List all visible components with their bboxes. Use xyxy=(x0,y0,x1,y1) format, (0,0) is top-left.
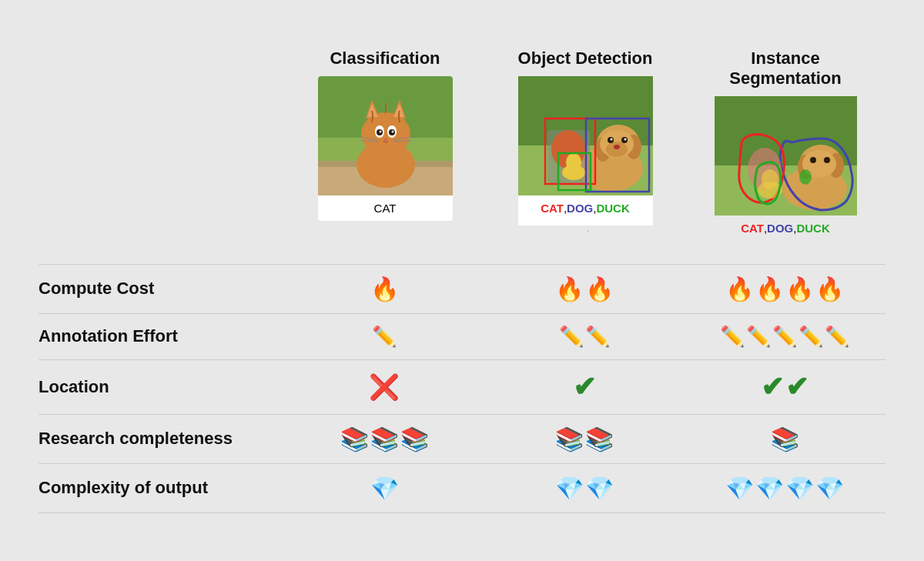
segmentation-image-card: CAT , DOG , DUCK xyxy=(715,96,857,241)
pencil-icon-6: ✏️ xyxy=(772,325,798,349)
detection-image-card: CAT , DOG , DUCK . xyxy=(518,76,653,225)
segmentation-image xyxy=(715,96,857,215)
cell-compute-detection: 🔥🔥 xyxy=(485,275,685,302)
svg-point-33 xyxy=(614,145,620,149)
seg-dog: DOG xyxy=(767,222,793,235)
fire-icon-2: 🔥 xyxy=(555,275,585,302)
segmentation-caption: CAT , DOG , DUCK xyxy=(715,215,857,241)
svg-point-53 xyxy=(799,169,812,185)
row-location-label: Location xyxy=(38,377,285,397)
cell-location-detection: ✔ xyxy=(485,371,685,403)
col-detection: Object Detection xyxy=(485,48,685,225)
cell-research-segmentation: 📚 xyxy=(685,426,886,452)
cell-annotation-segmentation: ✏️✏️✏️✏️✏️ xyxy=(685,325,886,349)
svg-point-32 xyxy=(624,138,626,140)
cell-research-detection: 📚📚 xyxy=(485,426,685,452)
pencil-icon-1: ✏️ xyxy=(372,325,398,349)
svg-point-15 xyxy=(391,130,393,132)
detection-caption-dot: . xyxy=(518,221,653,225)
diamond-icon-2: 💎 xyxy=(555,475,585,502)
cell-compute-classification: 🔥 xyxy=(285,275,485,302)
row-research-label: Research completeness xyxy=(38,429,285,449)
fire-icon-3: 🔥 xyxy=(585,275,615,302)
col-detection-title: Object Detection xyxy=(518,48,653,68)
pencil-icon-7: ✏️ xyxy=(798,325,825,349)
header-row: Classification xyxy=(38,48,886,241)
detection-image xyxy=(518,76,653,195)
diamond-icon-7: 💎 xyxy=(815,475,845,502)
pencil-icon-3: ✏️ xyxy=(585,325,611,349)
fire-icon-7: 🔥 xyxy=(815,275,845,302)
seg-cat: CAT xyxy=(741,222,764,235)
fire-icon-1: 🔥 xyxy=(370,275,400,302)
col-segmentation: Instance Segmentation xyxy=(685,48,886,241)
row-compute-cost: Compute Cost 🔥 🔥🔥 🔥🔥🔥🔥 xyxy=(38,264,886,313)
book-icon-1: 📚 xyxy=(340,426,370,452)
check-icon-1: ✔ xyxy=(573,371,598,403)
check-icon-2: ✔ xyxy=(761,371,785,403)
col-classification-title: Classification xyxy=(330,48,440,68)
col-classification: Classification xyxy=(285,48,485,221)
cell-annotation-detection: ✏️✏️ xyxy=(485,325,685,349)
classification-caption: CAT xyxy=(318,195,453,221)
detection-caption: CAT , DOG , DUCK xyxy=(518,195,653,221)
diamond-icon-3: 💎 xyxy=(585,475,615,502)
svg-point-52 xyxy=(762,169,778,189)
cell-location-classification: ❌ xyxy=(285,372,485,402)
pencil-icon-5: ✏️ xyxy=(746,325,772,349)
fire-icon-4: 🔥 xyxy=(725,275,755,302)
cross-icon: ❌ xyxy=(369,372,401,402)
pencil-icon-8: ✏️ xyxy=(825,325,851,349)
fire-icon-6: 🔥 xyxy=(785,275,815,302)
row-compute-cost-label: Compute Cost xyxy=(38,279,285,299)
svg-point-48 xyxy=(810,157,816,163)
book-icon-5: 📚 xyxy=(585,426,615,452)
book-icon-2: 📚 xyxy=(370,426,400,452)
detection-dog: DOG xyxy=(567,202,593,215)
fire-icon-5: 🔥 xyxy=(755,275,785,302)
svg-point-14 xyxy=(379,130,381,132)
svg-point-31 xyxy=(610,138,612,140)
diamond-icon-6: 💎 xyxy=(785,475,815,502)
check-icon-3: ✔ xyxy=(785,371,810,403)
row-location: Location ❌ ✔ ✔ ✔ xyxy=(38,359,886,414)
cell-research-classification: 📚📚📚 xyxy=(285,426,485,452)
classification-image-card: CAT xyxy=(318,76,453,221)
pencil-icon-2: ✏️ xyxy=(559,325,585,349)
row-complexity-label: Complexity of output xyxy=(38,478,285,498)
diamond-icon-1: 💎 xyxy=(370,475,400,502)
row-annotation-label: Annotation Effort xyxy=(38,326,285,346)
cell-compute-segmentation: 🔥🔥🔥🔥 xyxy=(685,275,886,302)
seg-duck: DUCK xyxy=(796,222,829,235)
diamond-icon-5: 💎 xyxy=(755,475,785,502)
svg-point-49 xyxy=(824,157,830,163)
cell-complexity-classification: 💎 xyxy=(285,475,485,502)
main-container: Classification xyxy=(38,33,886,529)
cell-annotation-classification: ✏️ xyxy=(285,325,485,349)
svg-point-37 xyxy=(566,153,581,172)
cell-complexity-detection: 💎💎 xyxy=(485,475,685,502)
classification-caption-text: CAT xyxy=(374,202,397,215)
book-icon-4: 📚 xyxy=(555,426,585,452)
book-icon-3: 📚 xyxy=(400,426,430,452)
pencil-icon-4: ✏️ xyxy=(720,325,746,349)
detection-cat: CAT xyxy=(541,202,564,215)
diamond-icon-4: 💎 xyxy=(725,475,755,502)
row-research: Research completeness 📚📚📚 📚📚 📚 xyxy=(38,414,886,463)
cat-image xyxy=(318,76,453,195)
cell-location-segmentation: ✔ ✔ xyxy=(685,371,886,403)
svg-point-5 xyxy=(361,112,410,155)
book-icon-6: 📚 xyxy=(771,426,801,452)
detection-duck: DUCK xyxy=(596,202,629,215)
cell-complexity-segmentation: 💎💎💎💎 xyxy=(685,475,886,502)
col-segmentation-title: Instance Segmentation xyxy=(729,48,841,88)
row-complexity: Complexity of output 💎 💎💎 💎💎💎💎 xyxy=(38,463,886,513)
row-annotation: Annotation Effort ✏️ ✏️✏️ ✏️✏️✏️✏️✏️ xyxy=(38,313,886,359)
